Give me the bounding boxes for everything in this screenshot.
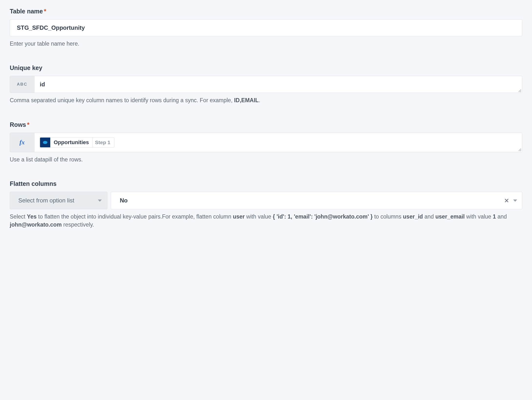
abc-icon: ABC — [17, 82, 27, 87]
flatten-columns-label: Flatten columns — [10, 180, 522, 187]
help-text-bold: ID,EMAIL — [234, 97, 259, 103]
unique-key-input-wrap: ABC id — [10, 76, 522, 93]
unique-key-value: id — [40, 81, 45, 88]
flatten-columns-select[interactable]: No — [111, 192, 522, 209]
help-text-bold: 1 — [493, 213, 496, 220]
unique-key-help: Comma separated unique key column names … — [10, 96, 522, 104]
help-text-part: . — [259, 97, 260, 103]
chevron-down-icon[interactable] — [513, 200, 517, 202]
select-from-option-list-button[interactable]: Select from option list — [10, 192, 107, 209]
field-unique-key: Unique key ABC id Comma separated unique… — [10, 64, 522, 104]
fx-icon: fx — [20, 139, 25, 146]
table-name-label: Table name* — [10, 8, 522, 15]
rows-prefix: fx — [10, 133, 34, 152]
help-text-part: with value — [245, 213, 273, 220]
help-text-bold: Yes — [27, 213, 37, 220]
unique-key-prefix: ABC — [10, 76, 34, 93]
label-text: Table name — [10, 8, 43, 15]
required-asterisk: * — [27, 121, 30, 128]
flatten-columns-row: Select from option list No — [10, 192, 522, 209]
resize-handle-icon[interactable] — [518, 89, 521, 92]
help-text-bold: john@workato.com — [10, 221, 62, 228]
help-text-part: with value — [465, 213, 493, 220]
table-name-help: Enter your table name here. — [10, 40, 522, 48]
help-text-bold: user_email — [435, 213, 465, 220]
rows-label: Rows* — [10, 121, 522, 128]
rows-datapill[interactable]: Opportunities Step 1 — [40, 137, 114, 148]
flatten-columns-help: Select Yes to flatten the object into in… — [10, 213, 522, 229]
help-text-part: Select — [10, 213, 27, 220]
help-text-part: and — [496, 213, 507, 220]
datapill-label: Opportunities — [50, 139, 92, 146]
help-text-part: respectively. — [62, 221, 94, 228]
help-text-part: to flatten the object into individual ke… — [37, 213, 233, 220]
chevron-down-icon — [98, 200, 102, 202]
select-left-label: Select from option list — [18, 197, 74, 204]
field-rows: Rows* fx Opportunities Step 1 Use a list… — [10, 121, 522, 164]
help-text-bold: user_id — [403, 213, 423, 220]
required-asterisk: * — [44, 8, 46, 15]
help-text-part: Comma separated unique key column names … — [10, 97, 234, 103]
rows-input-wrap: fx Opportunities Step 1 — [10, 133, 522, 152]
help-text-bold: user — [233, 213, 245, 220]
datapill-step: Step 1 — [92, 138, 114, 147]
field-table-name: Table name* Enter your table name here. — [10, 8, 522, 48]
salesforce-icon — [40, 138, 50, 147]
help-text-part: and — [423, 213, 435, 220]
resize-handle-icon[interactable] — [518, 148, 521, 151]
label-text: Rows — [10, 121, 26, 128]
help-text-part: to columns — [373, 213, 403, 220]
unique-key-input[interactable]: id — [34, 76, 522, 93]
clear-icon[interactable] — [504, 198, 509, 203]
svg-point-0 — [43, 141, 47, 144]
field-flatten-columns: Flatten columns Select from option list … — [10, 180, 522, 229]
select-icons — [504, 198, 517, 203]
help-text-bold: { 'id': 1, 'email': 'john@workato.com' } — [273, 213, 373, 220]
rows-input[interactable]: Opportunities Step 1 — [34, 133, 522, 152]
unique-key-label: Unique key — [10, 64, 522, 71]
rows-help: Use a list datapill of the rows. — [10, 156, 522, 164]
table-name-input[interactable] — [10, 19, 522, 36]
flatten-columns-value: No — [120, 197, 504, 204]
